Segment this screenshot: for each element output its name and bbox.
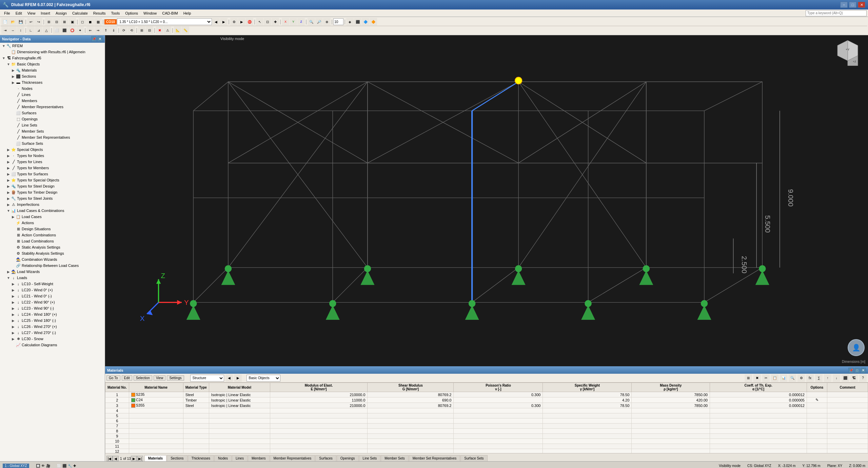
table-row-empty[interactable]: 6 <box>105 418 868 424</box>
tb-calc3[interactable]: ⛔ <box>246 18 253 25</box>
tb2-6[interactable]: △ <box>43 26 50 34</box>
panel-tb-next[interactable]: ▶ <box>234 374 242 382</box>
table-row-empty[interactable]: 8 <box>105 429 868 434</box>
menu-view[interactable]: View <box>25 11 38 16</box>
tb2-19[interactable]: ⚠ <box>164 26 171 34</box>
tab-member-set-reps[interactable]: Member Set Representatives <box>409 455 460 461</box>
nav-linesets[interactable]: ╱ Line Sets <box>0 122 105 128</box>
nav-lc30[interactable]: ▶ ❄ LC30 - Snow <box>0 336 105 342</box>
tb2-9[interactable]: ⭕ <box>68 26 76 34</box>
nav-lc24[interactable]: ▶ ↓ LC24 - Wind 180° (+) <box>0 311 105 317</box>
nav-lcc[interactable]: ▼ 📊 Load Cases & Combinations <box>0 208 105 214</box>
nav-load-wizards[interactable]: ▶ 🧙 Load Wizards <box>0 269 105 275</box>
tb2-16[interactable]: ⟲ <box>128 26 135 34</box>
nav-dimensioning[interactable]: 📋 Dimensioning with Results.rf6 | Allgem… <box>0 49 105 55</box>
nav-types-nodes[interactable]: ▶ · Types for Nodes <box>0 153 105 159</box>
close-button[interactable]: ✕ <box>858 2 865 8</box>
nav-members[interactable]: ╱ Members <box>0 98 105 104</box>
nav-nodes[interactable]: · Nodes <box>0 85 105 92</box>
tb-more1[interactable]: ◈ <box>346 18 354 25</box>
panel-btn-2[interactable]: ✖ <box>753 374 761 382</box>
tab-members[interactable]: Members <box>248 455 270 461</box>
table-row-empty[interactable]: 4 <box>105 408 868 413</box>
nav-types-surfaces[interactable]: ▶ ⬜ Types for Surfaces <box>0 171 105 177</box>
tb-new[interactable]: 📄 <box>1 18 9 25</box>
tab-nodes[interactable]: Nodes <box>214 455 232 461</box>
nav-stability-settings[interactable]: ⚙ Stability Analysis Settings <box>0 250 105 256</box>
table-row-empty[interactable]: 7 <box>105 424 868 429</box>
nav-types-timber-design[interactable]: ▶ 🪵 Types for Timber Design <box>0 189 105 195</box>
search-input[interactable] <box>806 10 867 16</box>
btn-settings[interactable]: Settings <box>167 375 184 381</box>
viewport[interactable]: Visibility mode <box>105 35 868 366</box>
panel-pin-btn[interactable]: 📌 <box>848 368 854 373</box>
nav-types-special[interactable]: ▶ ⭐ Types for Special Objects <box>0 177 105 183</box>
nav-lc22[interactable]: ▶ ↓ LC22 - Wind 90° (+) <box>0 299 105 305</box>
tb2-3[interactable]: ↕ <box>17 26 24 34</box>
tab-materials[interactable]: Materials <box>144 455 166 461</box>
nav-pin-btn[interactable]: 📌 <box>91 36 97 42</box>
tb2-del[interactable]: ✖ <box>156 26 163 34</box>
nav-materials[interactable]: ▶ 🔩 Materials <box>0 67 105 73</box>
table-row[interactable]: 3 S355 Steel Isotropic | Linear Elastic … <box>105 403 868 408</box>
nav-basic-objects[interactable]: ▼ 📁 Basic Objects <box>0 61 105 67</box>
tb2-10[interactable]: ✦ <box>76 26 84 34</box>
tab-member-sets[interactable]: Member Sets <box>381 455 408 461</box>
tab-openings[interactable]: Openings <box>337 455 359 461</box>
menu-help[interactable]: Help <box>181 11 194 16</box>
tab-line-sets[interactable]: Line Sets <box>359 455 381 461</box>
nav-lc20[interactable]: ▶ ↓ LC20 - Wind 0° (+) <box>0 287 105 293</box>
tab-surfaces[interactable]: Surfaces <box>315 455 336 461</box>
panel-max-btn[interactable]: □ <box>854 368 860 373</box>
nav-openings[interactable]: ⬚ Openings <box>0 116 105 122</box>
nav-rfem-root[interactable]: ▼ 🔧 RFEM <box>0 43 105 49</box>
tb-more4[interactable]: 🔶 <box>370 18 377 25</box>
tb2-13[interactable]: ⇑ <box>102 26 110 34</box>
tb-calc1[interactable]: ⚙ <box>230 18 238 25</box>
nav-design-situations[interactable]: ⊞ Design Situations <box>0 226 105 232</box>
tb2-21[interactable]: 📏 <box>182 26 189 34</box>
panel-btn-9[interactable]: ∑ <box>815 374 823 382</box>
tb-zoom-fit[interactable]: ⊕ <box>323 18 331 25</box>
tb2-11[interactable]: ⇐ <box>86 26 94 34</box>
table-row[interactable]: 1 S235 Steel Isotropic | Linear Elastic … <box>105 392 868 397</box>
menu-results[interactable]: Results <box>91 11 108 16</box>
nav-project[interactable]: ▼ 🏗 Fahrzeughalle.rf6 <box>0 55 105 61</box>
panel-btn-14[interactable]: ? <box>859 374 867 382</box>
tb-view1[interactable]: ⊞ <box>45 18 53 25</box>
panel-btn-3[interactable]: ✂ <box>762 374 770 382</box>
nav-close-btn[interactable]: ✕ <box>97 36 103 42</box>
nav-types-members[interactable]: ▶ ╱ Types for Members <box>0 165 105 171</box>
panel-btn-7[interactable]: ⚙ <box>797 374 805 382</box>
tb2-5[interactable]: ⊿ <box>35 26 42 34</box>
panel-btn-11[interactable]: ↓ <box>833 374 840 382</box>
minimize-button[interactable]: − <box>840 2 848 8</box>
nav-calc-diagrams[interactable]: 📈 Calculation Diagrams <box>0 342 105 348</box>
menu-tools[interactable]: Tools <box>108 11 122 16</box>
viewport-cube[interactable]: +Y +Z <box>834 39 861 66</box>
tab-member-reps[interactable]: Member Representatives <box>270 455 315 461</box>
tb2-14[interactable]: ⇓ <box>110 26 117 34</box>
nav-lc27[interactable]: ▶ ↓ LC27 - Wind 270° (-) <box>0 330 105 336</box>
prev-page-btn[interactable]: ◀ <box>113 456 119 461</box>
nav-surfacesets[interactable]: ⬜ Surface Sets <box>0 140 105 147</box>
btn-selection[interactable]: Selection <box>134 375 152 381</box>
tb-save[interactable]: 💾 <box>17 18 24 25</box>
tb-render1[interactable]: ◻ <box>79 18 86 25</box>
btn-view[interactable]: View <box>154 375 166 381</box>
menu-file[interactable]: File <box>1 11 13 16</box>
nav-static-settings[interactable]: ⚙ Static Analysis Settings <box>0 244 105 250</box>
tb2-2[interactable]: ↔ <box>9 26 17 34</box>
menu-insert[interactable]: Insert <box>38 11 53 16</box>
nav-lc10[interactable]: ▶ ↓ LC10 - Self-Weight <box>0 281 105 287</box>
panel-btn-1[interactable]: ⊞ <box>745 374 752 382</box>
tb2-1[interactable]: ⇥ <box>1 26 9 34</box>
tb-sel2[interactable]: ⊡ <box>264 18 271 25</box>
table-row-empty[interactable]: 12 <box>105 449 868 453</box>
table-row[interactable]: 2 C24 Timber Isotropic | Linear Elastic … <box>105 397 868 403</box>
tb2-18[interactable]: ⊟ <box>146 26 153 34</box>
tb-axis-x[interactable]: X <box>282 18 289 25</box>
nav-imperfections[interactable]: ▶ ⚠ Imperfections <box>0 201 105 208</box>
nav-member-reps[interactable]: ╱ Member Representatives <box>0 104 105 110</box>
nav-surfaces[interactable]: ⬜ Surfaces <box>0 110 105 116</box>
